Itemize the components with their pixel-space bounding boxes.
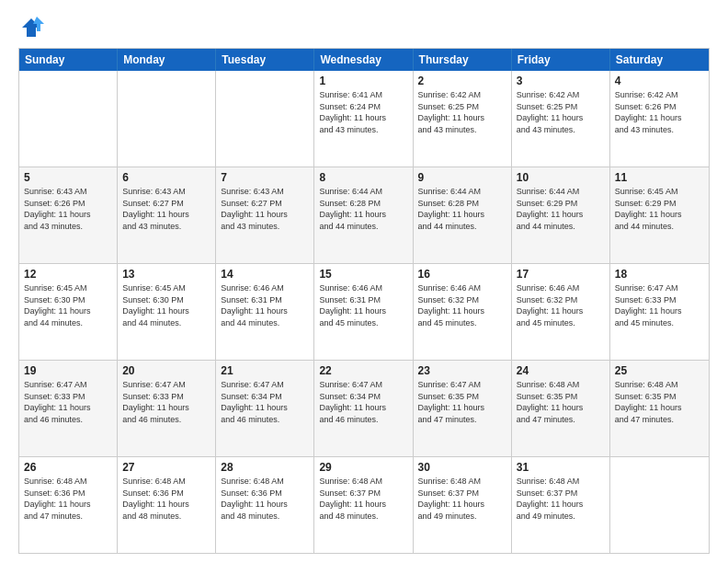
day-cell-28: 28Sunrise: 6:48 AM Sunset: 6:36 PM Dayli… bbox=[216, 457, 314, 553]
day-info: Sunrise: 6:48 AM Sunset: 6:35 PM Dayligh… bbox=[615, 379, 704, 425]
day-cell-3: 3Sunrise: 6:42 AM Sunset: 6:25 PM Daylig… bbox=[512, 71, 610, 167]
day-cell-30: 30Sunrise: 6:48 AM Sunset: 6:37 PM Dayli… bbox=[414, 457, 512, 553]
day-number: 19 bbox=[24, 364, 112, 377]
day-number: 14 bbox=[221, 268, 309, 281]
day-info: Sunrise: 6:47 AM Sunset: 6:35 PM Dayligh… bbox=[418, 379, 506, 425]
day-cell-22: 22Sunrise: 6:47 AM Sunset: 6:34 PM Dayli… bbox=[314, 361, 413, 456]
day-number: 6 bbox=[122, 171, 210, 184]
day-info: Sunrise: 6:48 AM Sunset: 6:36 PM Dayligh… bbox=[122, 476, 210, 522]
day-info: Sunrise: 6:47 AM Sunset: 6:33 PM Dayligh… bbox=[615, 282, 704, 328]
day-number: 27 bbox=[122, 461, 210, 474]
day-info: Sunrise: 6:46 AM Sunset: 6:32 PM Dayligh… bbox=[418, 282, 506, 328]
day-number: 31 bbox=[517, 461, 605, 474]
calendar-body: 1Sunrise: 6:41 AM Sunset: 6:24 PM Daylig… bbox=[19, 71, 709, 553]
day-number: 7 bbox=[221, 171, 309, 184]
calendar-row-0: 1Sunrise: 6:41 AM Sunset: 6:24 PM Daylig… bbox=[19, 71, 709, 167]
day-cell-6: 6Sunrise: 6:43 AM Sunset: 6:27 PM Daylig… bbox=[118, 167, 216, 263]
day-info: Sunrise: 6:48 AM Sunset: 6:37 PM Dayligh… bbox=[319, 476, 407, 522]
day-number: 23 bbox=[418, 364, 506, 377]
day-info: Sunrise: 6:43 AM Sunset: 6:26 PM Dayligh… bbox=[24, 186, 112, 232]
day-cell-9: 9Sunrise: 6:44 AM Sunset: 6:28 PM Daylig… bbox=[414, 167, 512, 263]
header-cell-friday: Friday bbox=[512, 49, 610, 71]
day-number: 24 bbox=[517, 364, 605, 377]
day-number: 8 bbox=[319, 171, 407, 184]
day-cell-4: 4Sunrise: 6:42 AM Sunset: 6:26 PM Daylig… bbox=[610, 71, 709, 167]
header-cell-sunday: Sunday bbox=[19, 49, 118, 71]
day-info: Sunrise: 6:44 AM Sunset: 6:29 PM Dayligh… bbox=[517, 186, 605, 232]
calendar-row-4: 26Sunrise: 6:48 AM Sunset: 6:36 PM Dayli… bbox=[19, 456, 709, 553]
day-info: Sunrise: 6:45 AM Sunset: 6:29 PM Dayligh… bbox=[615, 186, 704, 232]
day-number: 26 bbox=[24, 461, 112, 474]
day-info: Sunrise: 6:46 AM Sunset: 6:32 PM Dayligh… bbox=[517, 282, 605, 328]
day-cell-23: 23Sunrise: 6:47 AM Sunset: 6:35 PM Dayli… bbox=[414, 361, 512, 456]
day-number: 18 bbox=[615, 268, 704, 281]
day-cell-13: 13Sunrise: 6:45 AM Sunset: 6:30 PM Dayli… bbox=[118, 264, 216, 360]
day-number: 11 bbox=[615, 171, 704, 184]
day-cell-26: 26Sunrise: 6:48 AM Sunset: 6:36 PM Dayli… bbox=[19, 457, 118, 553]
day-cell-14: 14Sunrise: 6:46 AM Sunset: 6:31 PM Dayli… bbox=[216, 264, 314, 360]
day-number: 5 bbox=[24, 171, 112, 184]
calendar-row-1: 5Sunrise: 6:43 AM Sunset: 6:26 PM Daylig… bbox=[19, 167, 709, 263]
empty-cell-0-1 bbox=[118, 71, 216, 167]
day-info: Sunrise: 6:45 AM Sunset: 6:30 PM Dayligh… bbox=[122, 282, 210, 328]
empty-cell-0-0 bbox=[19, 71, 118, 167]
day-info: Sunrise: 6:47 AM Sunset: 6:34 PM Dayligh… bbox=[319, 379, 407, 425]
day-number: 29 bbox=[319, 461, 407, 474]
header-cell-monday: Monday bbox=[118, 49, 216, 71]
header-cell-thursday: Thursday bbox=[414, 49, 512, 71]
day-cell-24: 24Sunrise: 6:48 AM Sunset: 6:35 PM Dayli… bbox=[512, 361, 610, 456]
day-number: 30 bbox=[418, 461, 506, 474]
day-cell-15: 15Sunrise: 6:46 AM Sunset: 6:31 PM Dayli… bbox=[314, 264, 413, 360]
day-cell-8: 8Sunrise: 6:44 AM Sunset: 6:28 PM Daylig… bbox=[314, 167, 413, 263]
calendar-row-3: 19Sunrise: 6:47 AM Sunset: 6:33 PM Dayli… bbox=[19, 360, 709, 456]
day-cell-16: 16Sunrise: 6:46 AM Sunset: 6:32 PM Dayli… bbox=[414, 264, 512, 360]
calendar-header: SundayMondayTuesdayWednesdayThursdayFrid… bbox=[19, 49, 709, 71]
day-number: 12 bbox=[24, 268, 112, 281]
day-info: Sunrise: 6:41 AM Sunset: 6:24 PM Dayligh… bbox=[319, 89, 407, 135]
day-cell-18: 18Sunrise: 6:47 AM Sunset: 6:33 PM Dayli… bbox=[610, 264, 709, 360]
day-info: Sunrise: 6:44 AM Sunset: 6:28 PM Dayligh… bbox=[319, 186, 407, 232]
empty-cell-4-6 bbox=[610, 457, 709, 553]
day-info: Sunrise: 6:46 AM Sunset: 6:31 PM Dayligh… bbox=[221, 282, 309, 328]
day-info: Sunrise: 6:44 AM Sunset: 6:28 PM Dayligh… bbox=[418, 186, 506, 232]
day-number: 20 bbox=[122, 364, 210, 377]
day-info: Sunrise: 6:45 AM Sunset: 6:30 PM Dayligh… bbox=[24, 282, 112, 328]
day-info: Sunrise: 6:48 AM Sunset: 6:36 PM Dayligh… bbox=[24, 476, 112, 522]
day-cell-17: 17Sunrise: 6:46 AM Sunset: 6:32 PM Dayli… bbox=[512, 264, 610, 360]
day-number: 9 bbox=[418, 171, 506, 184]
day-cell-12: 12Sunrise: 6:45 AM Sunset: 6:30 PM Dayli… bbox=[19, 264, 118, 360]
day-info: Sunrise: 6:47 AM Sunset: 6:34 PM Dayligh… bbox=[221, 379, 309, 425]
day-info: Sunrise: 6:42 AM Sunset: 6:26 PM Dayligh… bbox=[615, 89, 704, 135]
day-number: 1 bbox=[319, 75, 407, 87]
header-cell-saturday: Saturday bbox=[610, 49, 709, 71]
day-number: 22 bbox=[319, 364, 407, 377]
page: SundayMondayTuesdayWednesdayThursdayFrid… bbox=[0, 0, 728, 563]
day-cell-19: 19Sunrise: 6:47 AM Sunset: 6:33 PM Dayli… bbox=[19, 361, 118, 456]
header-cell-wednesday: Wednesday bbox=[314, 49, 413, 71]
day-info: Sunrise: 6:42 AM Sunset: 6:25 PM Dayligh… bbox=[517, 89, 605, 135]
day-info: Sunrise: 6:43 AM Sunset: 6:27 PM Dayligh… bbox=[122, 186, 210, 232]
day-number: 3 bbox=[517, 75, 605, 87]
day-cell-31: 31Sunrise: 6:48 AM Sunset: 6:37 PM Dayli… bbox=[512, 457, 610, 553]
calendar: SundayMondayTuesdayWednesdayThursdayFrid… bbox=[18, 48, 710, 554]
day-number: 25 bbox=[615, 364, 704, 377]
day-number: 13 bbox=[122, 268, 210, 281]
day-cell-2: 2Sunrise: 6:42 AM Sunset: 6:25 PM Daylig… bbox=[414, 71, 512, 167]
day-info: Sunrise: 6:48 AM Sunset: 6:36 PM Dayligh… bbox=[221, 476, 309, 522]
logo-icon bbox=[18, 15, 44, 40]
empty-cell-0-2 bbox=[216, 71, 314, 167]
day-cell-21: 21Sunrise: 6:47 AM Sunset: 6:34 PM Dayli… bbox=[216, 361, 314, 456]
header bbox=[18, 15, 710, 40]
day-number: 4 bbox=[615, 75, 704, 87]
day-info: Sunrise: 6:48 AM Sunset: 6:37 PM Dayligh… bbox=[517, 476, 605, 522]
day-info: Sunrise: 6:46 AM Sunset: 6:31 PM Dayligh… bbox=[319, 282, 407, 328]
day-cell-10: 10Sunrise: 6:44 AM Sunset: 6:29 PM Dayli… bbox=[512, 167, 610, 263]
day-cell-7: 7Sunrise: 6:43 AM Sunset: 6:27 PM Daylig… bbox=[216, 167, 314, 263]
day-cell-1: 1Sunrise: 6:41 AM Sunset: 6:24 PM Daylig… bbox=[314, 71, 413, 167]
day-info: Sunrise: 6:43 AM Sunset: 6:27 PM Dayligh… bbox=[221, 186, 309, 232]
logo bbox=[18, 15, 48, 40]
day-info: Sunrise: 6:47 AM Sunset: 6:33 PM Dayligh… bbox=[24, 379, 112, 425]
day-info: Sunrise: 6:47 AM Sunset: 6:33 PM Dayligh… bbox=[122, 379, 210, 425]
day-cell-5: 5Sunrise: 6:43 AM Sunset: 6:26 PM Daylig… bbox=[19, 167, 118, 263]
day-number: 2 bbox=[418, 75, 506, 87]
